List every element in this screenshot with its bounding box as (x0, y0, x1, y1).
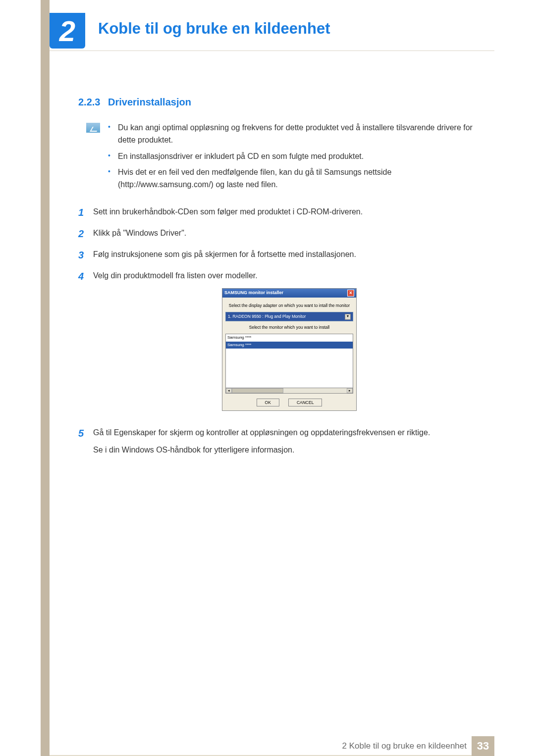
chevron-down-icon[interactable]: ▾ (345, 314, 351, 320)
installer-dialog: SAMSUNG monitor installer × Select the d… (222, 288, 357, 411)
page-content: 2.2.3 Driverinstallasjon Du kan angi opt… (78, 97, 485, 462)
note-bullet: En installasjonsdriver er inkludert på C… (108, 151, 485, 163)
chapter-title: Koble til og bruke en kildeenhet (98, 20, 330, 38)
page-footer: 2 Koble til og bruke en kildeenhet 33 (50, 736, 494, 756)
step-subtext: Se i din Windows OS-håndbok for ytterlig… (93, 444, 485, 456)
scroll-left-icon[interactable]: ◂ (226, 388, 232, 393)
list-item[interactable]: Samsung **** (226, 334, 353, 341)
step-number: 2 (78, 226, 93, 242)
step-item: 4 Velg din produktmodell fra listen over… (78, 269, 485, 420)
scroll-thumb[interactable] (232, 388, 283, 393)
installer-label-monitor: Select the monitor which you want to ins… (225, 324, 353, 331)
step-text: Sett inn brukerhåndbok-CDen som følger m… (93, 205, 485, 220)
note-bullets: Du kan angi optimal oppløsning og frekve… (108, 122, 485, 195)
installer-button-row: OK CANCEL (225, 399, 353, 406)
footer-chapter-label: 2 Koble til og bruke en kildeenhet (342, 741, 467, 751)
adapter-dropdown[interactable]: 1. RADEON 9550 : Plug and Play Monitor ▾ (225, 312, 353, 321)
installer-title: SAMSUNG monitor installer (224, 290, 283, 297)
list-item[interactable]: Samsung **** (226, 342, 353, 349)
step-number: 5 (78, 426, 93, 456)
cancel-button[interactable]: CANCEL (288, 399, 322, 406)
section-number: 2.2.3 (78, 97, 100, 107)
note-bullet: Hvis det er en feil ved den medfølgende … (108, 166, 485, 191)
note-icon (86, 123, 100, 133)
page-number: 33 (472, 736, 494, 756)
scroll-right-icon[interactable]: ▸ (347, 388, 353, 393)
adapter-selected: 1. RADEON 9550 : Plug and Play Monitor (228, 313, 306, 320)
step-text: Gå til Egenskaper for skjerm og kontroll… (93, 426, 485, 456)
step-list: 1 Sett inn brukerhåndbok-CDen som følger… (78, 205, 485, 456)
step-item: 2 Klikk på "Windows Driver". (78, 226, 485, 242)
monitor-list[interactable]: Samsung **** Samsung **** (225, 334, 353, 388)
step-item: 1 Sett inn brukerhåndbok-CDen som følger… (78, 205, 485, 220)
step-item: 3 Følg instruksjonene som gis på skjerme… (78, 248, 485, 263)
step-text-inner: Gå til Egenskaper for skjerm og kontroll… (93, 428, 430, 437)
scroll-track[interactable] (232, 388, 347, 393)
step-text: Følg instruksjonene som gis på skjermen … (93, 248, 485, 263)
installer-titlebar: SAMSUNG monitor installer × (222, 289, 356, 298)
step-text: Klikk på "Windows Driver". (93, 226, 485, 242)
section-heading: 2.2.3 Driverinstallasjon (78, 97, 485, 108)
header-divider (50, 50, 494, 51)
chapter-number-badge: 2 (50, 13, 85, 49)
section-title: Driverinstallasjon (108, 97, 191, 107)
step-item: 5 Gå til Egenskaper for skjerm og kontro… (78, 426, 485, 456)
step-number: 3 (78, 248, 93, 263)
left-accent-stripe (41, 0, 50, 756)
note-bullet: Du kan angi optimal oppløsning og frekve… (108, 122, 485, 147)
step-number: 1 (78, 205, 93, 220)
note-block: Du kan angi optimal oppløsning og frekve… (86, 122, 485, 195)
close-icon[interactable]: × (347, 290, 354, 297)
ok-button[interactable]: OK (257, 399, 279, 406)
step-text-inner: Velg din produktmodell fra listen over m… (93, 271, 258, 280)
step-number: 4 (78, 269, 93, 420)
installer-body: Select the display adapter on which you … (222, 298, 356, 411)
horizontal-scrollbar[interactable]: ◂ ▸ (225, 388, 353, 394)
installer-label-adapter: Select the display adapter on which you … (225, 302, 353, 309)
step-text: Velg din produktmodell fra listen over m… (93, 269, 485, 420)
